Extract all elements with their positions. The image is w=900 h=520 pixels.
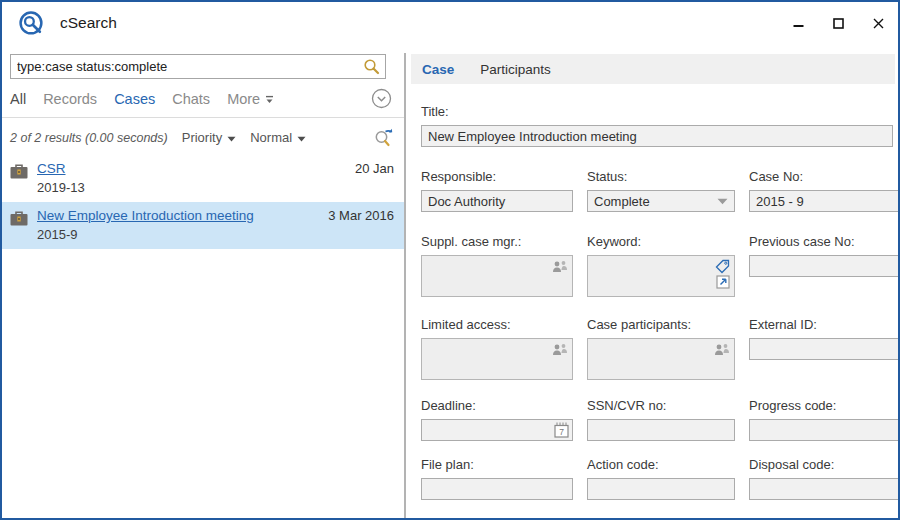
case-no-label: Case No: <box>749 169 900 184</box>
file-plan-field[interactable] <box>421 478 573 500</box>
dropdown-arrow-icon <box>717 198 728 205</box>
search-panel: All Records Cases Chats More <box>2 44 404 518</box>
external-id-field[interactable] <box>749 338 900 360</box>
briefcase-icon <box>10 211 28 226</box>
case-participants-field[interactable] <box>587 338 735 380</box>
disposal-code-field[interactable] <box>749 478 900 500</box>
more-dropdown-icon <box>265 95 274 104</box>
deadline-field[interactable] <box>421 419 573 441</box>
briefcase-icon <box>10 164 28 179</box>
result-case-number: 2019-13 <box>37 180 394 195</box>
disposal-code-label: Disposal code: <box>749 457 900 472</box>
deadline-label: Deadline: <box>421 398 573 413</box>
magnifier-icon <box>363 58 380 75</box>
title-field[interactable] <box>421 125 893 147</box>
ssn-cvr-label: SSN/CVR no: <box>587 398 735 413</box>
previous-case-no-field[interactable] <box>749 255 900 277</box>
results-toolbar: 2 of 2 results (0.00 seconds) Priority N… <box>2 118 404 148</box>
filter-tabs: All Records Cases Chats More <box>10 88 392 109</box>
result-date: 20 Jan <box>345 161 394 176</box>
people-picker-icon[interactable] <box>552 343 568 356</box>
minimize-button[interactable] <box>778 2 818 44</box>
chevron-down-circle-icon <box>371 88 392 109</box>
open-popup-icon[interactable] <box>716 275 730 289</box>
action-code-field[interactable] <box>587 478 735 500</box>
case-no-field[interactable] <box>749 190 900 212</box>
window-title: cSearch <box>60 14 117 32</box>
ssn-cvr-field[interactable] <box>587 419 735 441</box>
file-plan-label: File plan: <box>421 457 573 472</box>
csearch-logo-icon <box>18 10 45 37</box>
limited-access-label: Limited access: <box>421 317 573 332</box>
maximize-button[interactable] <box>818 2 858 44</box>
filter-chats[interactable]: Chats <box>172 91 210 107</box>
csearch-window: cSearch <box>0 0 900 520</box>
result-case-number: 2015-9 <box>37 227 394 242</box>
suppl-case-mgr-label: Suppl. case mgr.: <box>421 234 573 249</box>
people-picker-icon[interactable] <box>714 343 730 356</box>
result-row-csr[interactable]: CSR 20 Jan 2019-13 <box>2 155 404 202</box>
filter-cases[interactable]: Cases <box>114 91 155 107</box>
keyword-label: Keyword: <box>587 234 735 249</box>
search-arrow-icon <box>373 127 394 148</box>
progress-code-label: Progress code: <box>749 398 900 413</box>
responsible-field[interactable] <box>421 190 573 212</box>
main-area: All Records Cases Chats More <box>2 44 898 518</box>
expand-results-button[interactable] <box>371 88 392 109</box>
case-participants-label: Case participants: <box>587 317 735 332</box>
caret-down-icon <box>227 136 236 142</box>
limited-access-field[interactable] <box>421 338 573 380</box>
external-id-label: External ID: <box>749 317 900 332</box>
suppl-case-mgr-field[interactable] <box>421 255 573 297</box>
window-controls <box>778 2 898 44</box>
caret-down-icon <box>297 136 306 142</box>
maximize-icon <box>833 18 844 29</box>
search-input[interactable] <box>11 55 358 78</box>
status-dropdown[interactable]: Complete <box>587 190 735 212</box>
tab-participants[interactable]: Participants <box>480 62 551 77</box>
svg-text:7: 7 <box>559 427 564 437</box>
result-title-link[interactable]: New Employee Introduction meeting <box>37 208 254 223</box>
search-bar <box>10 54 386 79</box>
detail-tab-strip: Case Participants <box>411 54 895 84</box>
case-form: Title: Responsible: Status: Complete <box>411 84 895 500</box>
result-list: CSR 20 Jan 2019-13 <box>2 155 404 249</box>
tag-icon[interactable] <box>715 259 730 274</box>
title-label: Title: <box>421 104 893 119</box>
search-button[interactable] <box>358 55 385 78</box>
filter-more[interactable]: More <box>227 91 274 107</box>
results-summary: 2 of 2 results (0.00 seconds) <box>10 131 168 145</box>
keyword-field[interactable] <box>587 255 735 297</box>
calendar-icon[interactable]: 7 <box>554 422 569 438</box>
case-detail-panel: Case Participants Title: Responsible: S <box>406 44 898 518</box>
filter-all[interactable]: All <box>10 91 26 107</box>
close-icon <box>873 18 884 29</box>
open-search-window-button[interactable] <box>373 127 394 148</box>
responsible-label: Responsible: <box>421 169 573 184</box>
people-picker-icon[interactable] <box>552 260 568 273</box>
previous-case-no-label: Previous case No: <box>749 234 900 249</box>
result-title-link[interactable]: CSR <box>37 161 66 176</box>
result-row-new-employee-meeting[interactable]: New Employee Introduction meeting 3 Mar … <box>2 202 404 249</box>
filter-records[interactable]: Records <box>43 91 97 107</box>
tab-case[interactable]: Case <box>422 62 454 77</box>
titlebar: cSearch <box>2 2 898 44</box>
close-button[interactable] <box>858 2 898 44</box>
priority-dropdown[interactable]: Priority <box>182 130 236 145</box>
status-label: Status: <box>587 169 735 184</box>
priority-value-dropdown[interactable]: Normal <box>250 130 306 145</box>
action-code-label: Action code: <box>587 457 735 472</box>
minimize-icon <box>793 18 804 29</box>
progress-code-field[interactable] <box>749 419 900 441</box>
result-date: 3 Mar 2016 <box>318 208 394 223</box>
